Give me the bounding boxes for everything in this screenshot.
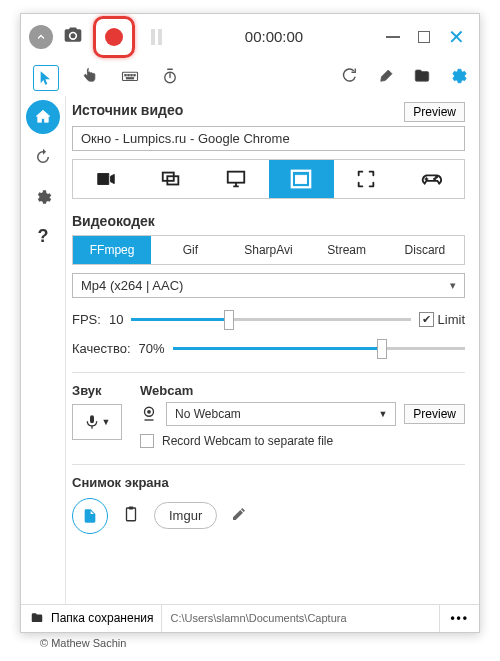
source-tab-screens[interactable] (138, 160, 203, 198)
record-button[interactable] (93, 16, 135, 58)
stopwatch-icon[interactable] (161, 67, 179, 89)
source-tab-game[interactable] (399, 160, 464, 198)
svg-rect-11 (296, 175, 307, 183)
svg-rect-5 (126, 77, 134, 79)
maximize-button[interactable] (418, 31, 430, 43)
codec-format-value: Mp4 (x264 | AAC) (81, 278, 183, 293)
save-folder-path[interactable]: C:\Users\slamn\Documents\Captura (162, 612, 439, 624)
webcam-dropdown[interactable]: No Webcam ▼ (166, 402, 396, 426)
svg-point-15 (147, 409, 151, 413)
svg-rect-9 (228, 171, 245, 182)
fps-value: 10 (109, 312, 123, 327)
record-dot-icon (105, 28, 123, 46)
mic-dropdown-button[interactable]: ▼ (72, 404, 122, 440)
fps-slider[interactable] (131, 318, 410, 321)
screenshot-camera-icon[interactable] (63, 25, 83, 49)
sound-title: Звук (72, 383, 122, 398)
fps-label: FPS: (72, 312, 101, 327)
main-panel: Источник видео Preview Окно - Lumpics.ru… (65, 96, 479, 604)
sidebar-home[interactable] (26, 100, 60, 134)
codec-tab-gif[interactable]: Gif (151, 236, 229, 264)
more-menu-button[interactable]: ••• (439, 605, 479, 632)
cursor-tool-button[interactable] (33, 65, 59, 91)
keyboard-icon[interactable] (121, 67, 139, 89)
statusbar: Папка сохранения C:\Users\slamn\Document… (21, 604, 479, 632)
save-folder-label[interactable]: Папка сохранения (51, 611, 153, 625)
sidebar-settings[interactable] (26, 180, 60, 214)
video-codec-title: Видеокодек (72, 213, 465, 229)
clipboard-icon[interactable] (122, 505, 140, 526)
codec-tab-stream[interactable]: Stream (308, 236, 386, 264)
video-source-title: Источник видео (72, 102, 183, 118)
svg-rect-3 (131, 74, 133, 76)
source-tab-monitor[interactable] (203, 160, 268, 198)
svg-rect-1 (125, 74, 127, 76)
quality-value: 70% (139, 341, 165, 356)
folder-icon (29, 611, 45, 625)
webcam-value: No Webcam (175, 407, 241, 421)
titlebar: 00:00:00 ✕ (21, 14, 479, 60)
app-window: 00:00:00 ✕ (20, 13, 480, 633)
preview-button[interactable]: Preview (404, 102, 465, 122)
chevron-down-icon: ▾ (450, 279, 456, 292)
edit-pencil-icon[interactable] (231, 506, 247, 525)
video-source-tabs (72, 159, 465, 199)
credit-text: © Mathew Sachin (20, 633, 480, 649)
sidebar-help[interactable]: ? (26, 220, 60, 254)
codec-format-dropdown[interactable]: Mp4 (x264 | AAC) ▾ (72, 273, 465, 298)
limit-checkbox[interactable]: ✔ (419, 312, 434, 327)
webcam-preview-button[interactable]: Preview (404, 404, 465, 424)
expand-chevron-button[interactable] (29, 25, 53, 49)
codec-tab-discard[interactable]: Discard (386, 236, 464, 264)
pointer-hand-icon[interactable] (81, 67, 99, 89)
refresh-icon[interactable] (341, 67, 359, 89)
settings-gear-icon[interactable] (449, 67, 467, 89)
svg-rect-2 (128, 74, 130, 76)
screenshot-save-file-button[interactable] (72, 498, 108, 534)
close-button[interactable]: ✕ (448, 27, 465, 47)
source-tab-region[interactable] (334, 160, 399, 198)
svg-rect-4 (134, 74, 136, 76)
webcam-title: Webcam (140, 383, 465, 398)
quality-label: Качество: (72, 341, 131, 356)
webcam-icon (140, 405, 158, 423)
svg-point-13 (436, 176, 438, 178)
codec-tab-sharpavi[interactable]: SharpAvi (229, 236, 307, 264)
folder-icon[interactable] (413, 67, 431, 89)
pause-button[interactable] (151, 29, 162, 45)
chevron-down-icon: ▼ (102, 417, 111, 427)
codec-tab-ffmpeg[interactable]: FFmpeg (73, 236, 151, 264)
recording-timer: 00:00:00 (162, 28, 386, 45)
toolbar (21, 60, 479, 96)
sidebar: ? (21, 96, 65, 604)
sidebar-history[interactable] (26, 140, 60, 174)
brush-icon[interactable] (377, 67, 395, 89)
chevron-down-icon: ▼ (378, 409, 387, 419)
minimize-button[interactable] (386, 36, 400, 38)
source-tab-camera[interactable] (73, 160, 138, 198)
screenshot-title: Снимок экрана (72, 475, 465, 490)
record-webcam-separate-checkbox[interactable] (140, 434, 154, 448)
source-tab-window[interactable] (269, 160, 334, 198)
video-source-window-field[interactable]: Окно - Lumpics.ru - Google Chrome (72, 126, 465, 151)
imgur-upload-button[interactable]: Imgur (154, 502, 217, 529)
quality-slider[interactable] (173, 347, 465, 350)
limit-label: Limit (438, 312, 465, 327)
svg-rect-17 (129, 507, 134, 510)
record-webcam-separate-label: Record Webcam to separate file (162, 434, 333, 448)
svg-rect-16 (127, 508, 136, 521)
codec-tabs: FFmpeg Gif SharpAvi Stream Discard (72, 235, 465, 265)
